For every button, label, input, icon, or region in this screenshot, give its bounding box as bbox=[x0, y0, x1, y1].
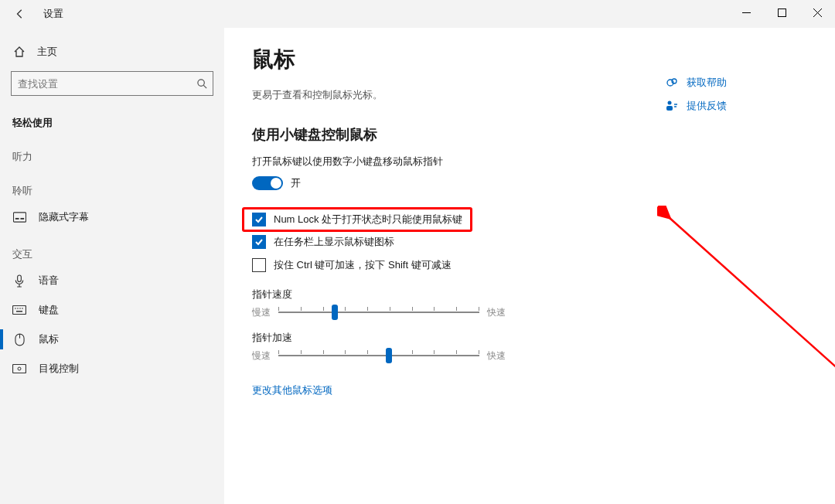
svg-point-14 bbox=[22, 308, 23, 309]
nav-eyecontrol[interactable]: 目视控制 bbox=[0, 354, 224, 383]
accel-label: 指针加速 bbox=[252, 331, 807, 345]
check-label: 按住 Ctrl 键可加速，按下 Shift 键可减速 bbox=[274, 258, 452, 272]
get-help-link[interactable]: 获取帮助 bbox=[665, 71, 804, 94]
svg-rect-10 bbox=[13, 306, 26, 315]
home-label: 主页 bbox=[37, 45, 57, 59]
nav-label: 目视控制 bbox=[39, 362, 79, 376]
svg-rect-7 bbox=[15, 218, 19, 220]
fast-label: 快速 bbox=[487, 306, 506, 319]
home-icon bbox=[12, 45, 26, 59]
section-title: 使用小键盘控制鼠标 bbox=[252, 125, 807, 144]
svg-rect-9 bbox=[18, 274, 22, 281]
slow-label: 慢速 bbox=[252, 306, 271, 319]
accel-slider[interactable] bbox=[278, 348, 479, 363]
nav-transcript[interactable]: 隐藏式字幕 bbox=[0, 203, 224, 232]
home-nav[interactable]: 主页 bbox=[0, 39, 224, 65]
nav-label: 键盘 bbox=[39, 303, 59, 317]
svg-rect-6 bbox=[13, 213, 26, 222]
toggle-state: 开 bbox=[291, 176, 301, 190]
nav-mouse[interactable]: 鼠标 bbox=[0, 325, 224, 354]
svg-rect-1 bbox=[778, 9, 786, 16]
ctrlshift-checkbox[interactable] bbox=[252, 258, 266, 272]
taskbar-checkbox[interactable] bbox=[252, 235, 266, 249]
help-panel: 获取帮助 提供反馈 bbox=[665, 71, 804, 117]
speed-slider[interactable] bbox=[278, 305, 479, 320]
back-button[interactable] bbox=[12, 6, 28, 22]
caption-icon bbox=[12, 210, 26, 224]
close-button[interactable] bbox=[799, 0, 835, 25]
group-interact: 交互 bbox=[0, 232, 224, 266]
svg-point-19 bbox=[18, 367, 21, 370]
more-options-link[interactable]: 更改其他鼠标选项 bbox=[252, 383, 332, 397]
mic-icon bbox=[12, 274, 26, 288]
app-title: 设置 bbox=[43, 7, 63, 21]
group-listen: 聆听 bbox=[0, 169, 224, 203]
nav-label: 鼠标 bbox=[39, 332, 59, 346]
feedback-link[interactable]: 提供反馈 bbox=[665, 94, 804, 117]
feedback-label: 提供反馈 bbox=[687, 99, 727, 113]
toggle-desc: 打开鼠标键以使用数字小键盘移动鼠标指针 bbox=[252, 155, 807, 169]
help-label: 获取帮助 bbox=[687, 76, 727, 90]
nav-voice[interactable]: 语音 bbox=[0, 266, 224, 295]
page-title: 鼠标 bbox=[252, 45, 807, 74]
check-label: Num Lock 处于打开状态时只能使用鼠标键 bbox=[274, 213, 462, 226]
eye-icon bbox=[12, 362, 26, 376]
svg-point-22 bbox=[668, 101, 672, 105]
feedback-icon bbox=[665, 99, 679, 113]
maximize-button[interactable] bbox=[764, 0, 799, 25]
mouse-keys-toggle[interactable] bbox=[252, 176, 283, 190]
minimize-button[interactable] bbox=[728, 0, 764, 25]
main-panel: 鼠标 更易于查看和控制鼠标光标。 使用小键盘控制鼠标 打开鼠标键以使用数字小键盘… bbox=[224, 28, 835, 504]
annotation-highlight: Num Lock 处于打开状态时只能使用鼠标键 bbox=[242, 207, 472, 232]
titlebar: 设置 bbox=[0, 0, 835, 28]
nav-keyboard[interactable]: 键盘 bbox=[0, 295, 224, 325]
fast-label: 快速 bbox=[487, 349, 506, 363]
nav-label: 语音 bbox=[39, 274, 59, 288]
svg-rect-15 bbox=[16, 311, 22, 312]
check-label: 在任务栏上显示鼠标键图标 bbox=[274, 235, 394, 249]
mouse-icon bbox=[12, 332, 26, 346]
category-label: 轻松使用 bbox=[0, 107, 224, 135]
svg-rect-18 bbox=[13, 365, 26, 373]
keyboard-icon bbox=[12, 303, 26, 317]
svg-rect-8 bbox=[20, 218, 24, 220]
search-input[interactable] bbox=[11, 71, 213, 96]
group-hearing: 听力 bbox=[0, 135, 224, 169]
svg-point-12 bbox=[17, 308, 19, 309]
help-icon bbox=[665, 76, 679, 90]
sidebar: 主页 轻松使用 听力 聆听 隐藏式字幕 交互 语音 键盘 bbox=[0, 28, 224, 504]
svg-point-13 bbox=[19, 308, 21, 309]
svg-point-11 bbox=[15, 308, 16, 309]
nav-label: 隐藏式字幕 bbox=[39, 210, 89, 224]
slow-label: 慢速 bbox=[252, 349, 271, 363]
numlock-checkbox[interactable] bbox=[252, 213, 266, 226]
svg-rect-23 bbox=[666, 106, 673, 111]
speed-label: 指针速度 bbox=[252, 288, 807, 301]
